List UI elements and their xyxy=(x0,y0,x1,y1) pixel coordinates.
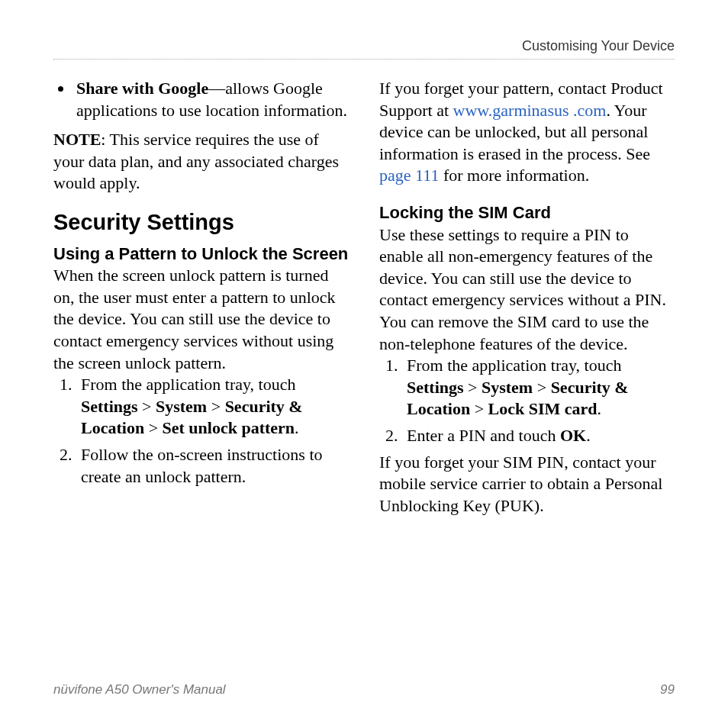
forgot-sim-pin-paragraph: If you forget your SIM PIN, contact your… xyxy=(379,452,675,517)
note-block: NOTE: This service requires the use of y… xyxy=(53,129,349,195)
lock-sim-steps: From the application tray, touch Setting… xyxy=(379,355,675,446)
unlock-pattern-heading: Using a Pattern to Unlock the Screen xyxy=(53,243,349,266)
gt: > xyxy=(144,418,162,437)
share-with-google-label: Share with Google xyxy=(76,79,208,98)
support-url-link[interactable]: www.garminasus .com xyxy=(453,101,607,120)
page-ref-link[interactable]: page 111 xyxy=(379,166,439,185)
step-lead: From the application tray, touch xyxy=(81,375,295,394)
nav-set-unlock-pattern: Set unlock pattern xyxy=(163,418,295,437)
manual-page: Customising Your Device Share with Googl… xyxy=(0,0,728,728)
list-item: Enter a PIN and touch OK. xyxy=(402,425,675,447)
page-footer: nüvifone A50 Owner's Manual 99 xyxy=(53,682,675,697)
footer-title: nüvifone A50 Owner's Manual xyxy=(53,682,226,697)
locking-sim-heading: Locking the SIM Card xyxy=(379,202,675,224)
list-item: From the application tray, touch Setting… xyxy=(76,374,349,440)
gt: > xyxy=(464,378,482,397)
nav-settings: Settings xyxy=(407,378,464,397)
divider xyxy=(53,59,675,60)
gt: > xyxy=(533,378,550,397)
gt: > xyxy=(470,399,488,418)
step-lead: From the application tray, touch xyxy=(407,356,621,375)
gt: > xyxy=(138,397,156,416)
nav-lock-sim-card: Lock SIM card xyxy=(488,399,598,418)
unlock-pattern-steps: From the application tray, touch Setting… xyxy=(53,374,349,488)
right-column: If you forget your pattern, contact Prod… xyxy=(379,78,675,652)
content-columns: Share with Google—allows Google applicat… xyxy=(53,78,675,652)
unlock-pattern-intro: When the screen unlock pattern is turned… xyxy=(53,265,349,374)
step-lead: Enter a PIN and touch xyxy=(407,426,560,445)
running-header: Customising Your Device xyxy=(53,38,675,59)
left-column: Share with Google—allows Google applicat… xyxy=(53,78,349,652)
nav-settings: Settings xyxy=(81,397,138,416)
forgot-pattern-paragraph: If you forget your pattern, contact Prod… xyxy=(379,78,675,187)
bullet-list: Share with Google—allows Google applicat… xyxy=(53,78,349,121)
security-settings-heading: Security Settings xyxy=(53,208,349,237)
list-item: Share with Google—allows Google applicat… xyxy=(73,78,349,121)
list-item: Follow the on-screen instructions to cre… xyxy=(76,444,349,488)
list-item: From the application tray, touch Setting… xyxy=(402,355,675,420)
locking-sim-intro: Use these settings to require a PIN to e… xyxy=(379,224,675,356)
footer-page-number: 99 xyxy=(660,682,675,697)
nav-system: System xyxy=(156,397,207,416)
nav-system: System xyxy=(482,378,533,397)
ok-label: OK xyxy=(560,426,586,445)
support-tail: for more information. xyxy=(439,166,589,185)
gt: > xyxy=(207,397,224,416)
note-label: NOTE xyxy=(53,130,101,149)
